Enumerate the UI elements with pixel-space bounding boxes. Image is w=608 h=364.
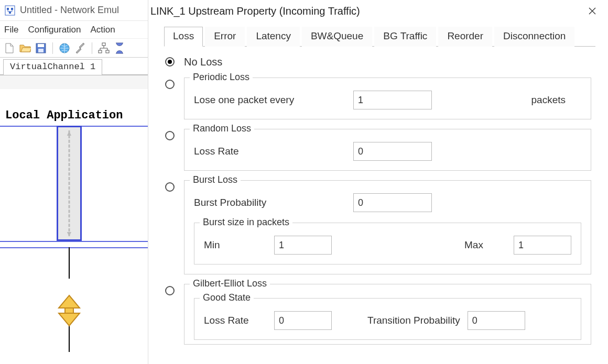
- good-loss-rate-input[interactable]: [274, 311, 332, 330]
- menu-configuration[interactable]: Configuration: [28, 25, 81, 35]
- periodic-loss-label: Lose one packet every: [194, 94, 346, 106]
- burst-prob-input[interactable]: [353, 193, 432, 212]
- random-loss-input[interactable]: [353, 142, 432, 161]
- tab-disconnection[interactable]: Disconnection: [494, 27, 574, 47]
- svg-rect-6: [38, 49, 44, 52]
- good-loss-rate-label: Loss Rate: [204, 315, 267, 326]
- open-folder-icon[interactable]: [19, 42, 31, 54]
- upstream-property-dialog: LINK_1 Upstream Property (Incoming Traff…: [148, 0, 608, 364]
- radio-no-loss[interactable]: [165, 57, 175, 67]
- toolbar-separator-1: [52, 42, 53, 54]
- svg-rect-5: [38, 44, 44, 47]
- property-tabs: Loss Error Latency BW&Queue BG Traffic R…: [164, 26, 595, 47]
- channel-node[interactable]: ▲ ▼: [57, 126, 82, 241]
- good-trans-prob-input[interactable]: [468, 311, 525, 330]
- burst-max-input[interactable]: [514, 236, 571, 255]
- svg-rect-2: [11, 8, 13, 10]
- svg-rect-3: [9, 12, 11, 14]
- tab-reorder[interactable]: Reorder: [438, 27, 492, 47]
- canvas-area[interactable]: Local Application ▲ ▼: [0, 89, 157, 364]
- svg-rect-9: [99, 50, 102, 53]
- burst-max-label: Max: [464, 239, 506, 251]
- periodic-loss-legend: Periodic Loss: [190, 72, 253, 83]
- radio-gilbert-loss[interactable]: [165, 286, 175, 295]
- dialog-title-text: LINK_1 Upstream Property (Incoming Traff…: [150, 5, 360, 17]
- svg-rect-14: [65, 308, 73, 313]
- menu-file[interactable]: File: [4, 25, 18, 35]
- link-node-icon[interactable]: [50, 292, 88, 333]
- burst-prob-label: Burst Probability: [194, 197, 346, 208]
- canvas-line: [0, 241, 157, 242]
- periodic-loss-unit: packets: [531, 94, 566, 106]
- app-icon: [4, 5, 16, 16]
- burst-min-input[interactable]: [274, 236, 332, 255]
- radio-burst-loss[interactable]: [165, 182, 175, 192]
- tab-latency[interactable]: Latency: [247, 27, 300, 47]
- menu-action[interactable]: Action: [91, 25, 115, 35]
- radio-periodic-loss[interactable]: [165, 80, 175, 89]
- tab-bwqueue[interactable]: BW&Queue: [302, 27, 372, 47]
- group-good-state: Good State Loss Rate Transition Probabil…: [194, 298, 581, 340]
- periodic-loss-input[interactable]: [353, 91, 432, 109]
- random-loss-legend: Random Loss: [190, 123, 254, 134]
- radio-random-loss[interactable]: [165, 131, 175, 140]
- hourglass-icon[interactable]: [113, 42, 126, 54]
- svg-marker-13: [59, 295, 80, 308]
- svg-rect-8: [102, 43, 105, 46]
- burst-size-legend: Burst size in packets: [200, 217, 292, 228]
- tab-virtual-channel-1[interactable]: VirtualChannel 1: [3, 59, 102, 75]
- burst-loss-legend: Burst Loss: [190, 174, 241, 185]
- tab-loss[interactable]: Loss: [164, 27, 203, 47]
- tab-error[interactable]: Error: [205, 27, 245, 47]
- tools-icon[interactable]: [74, 42, 86, 54]
- group-gilbert-loss: Gilbert-Elliot Loss Good State Loss Rate…: [184, 284, 591, 345]
- arrow-down-icon: ▼: [66, 230, 73, 237]
- tab-bg-traffic[interactable]: BG Traffic: [374, 27, 436, 47]
- gilbert-loss-legend: Gilbert-Elliot Loss: [190, 278, 270, 289]
- dialog-titlebar: LINK_1 Upstream Property (Incoming Traff…: [148, 0, 608, 22]
- group-random-loss: Random Loss Loss Rate: [184, 129, 591, 171]
- random-loss-label: Loss Rate: [194, 146, 346, 157]
- close-icon[interactable]: [582, 3, 603, 19]
- save-icon[interactable]: [35, 42, 47, 54]
- svg-rect-0: [5, 6, 15, 15]
- svg-rect-10: [106, 50, 109, 53]
- no-loss-label: No Loss: [184, 55, 222, 68]
- group-burst-size: Burst size in packets Min Max: [194, 223, 581, 264]
- globe-icon[interactable]: [58, 42, 71, 54]
- good-state-legend: Good State: [200, 292, 254, 303]
- burst-min-label: Min: [204, 239, 267, 251]
- svg-rect-1: [7, 8, 9, 10]
- svg-marker-15: [59, 313, 80, 326]
- local-application-label: Local Application: [5, 109, 123, 122]
- topology-icon[interactable]: [97, 42, 110, 54]
- good-trans-prob-label: Transition Probability: [367, 315, 460, 326]
- group-burst-loss: Burst Loss Burst Probability Burst size …: [184, 180, 591, 274]
- tab-content-loss: No Loss Periodic Loss Lose one packet ev…: [164, 47, 595, 345]
- group-periodic-loss: Periodic Loss Lose one packet every pack…: [184, 78, 591, 119]
- arrow-up-icon: ▲: [66, 129, 73, 137]
- new-file-icon[interactable]: [3, 42, 16, 54]
- toolbar-separator-2: [92, 42, 92, 54]
- main-title-text: Untitled - Network Emul: [20, 5, 119, 16]
